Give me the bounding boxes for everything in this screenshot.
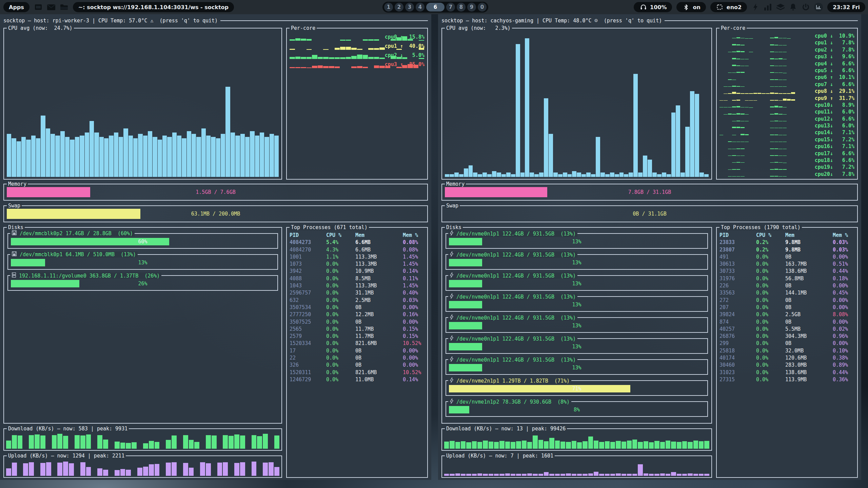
- core-sparkline: [719, 68, 795, 73]
- process-cpu: 0.0%: [326, 268, 355, 275]
- core-percent: 7.8%: [836, 39, 854, 46]
- process-mem: 9.8MB: [785, 246, 833, 253]
- process-pid: 17: [290, 347, 326, 354]
- swap-gauge: 0B / 31.1GB: [445, 209, 854, 219]
- disk-usage: 1.29TB / 1.82TB (71%): [502, 378, 570, 384]
- core-name: cpu17: [815, 150, 830, 157]
- col-mem: Mem: [355, 232, 403, 239]
- process-cpu: 0.0%: [756, 289, 785, 297]
- process-cpu: 0.0%: [756, 304, 785, 311]
- process-mem-percent: 0.03%: [403, 297, 426, 304]
- workspace-button[interactable]: 4: [416, 3, 425, 12]
- process-mem-percent: 1.45%: [403, 261, 426, 268]
- disk-name: /dev/nvme0n1p1: [456, 357, 499, 363]
- per-core-row: cpu20 ↓ 7.8%: [718, 171, 856, 178]
- trend-arrow-icon: ↓: [830, 46, 836, 53]
- core-label: cpu6 ↑ 10.1%: [815, 74, 854, 81]
- process-pid: 1043: [290, 282, 326, 289]
- nvme-flash-icon: [450, 230, 453, 237]
- memory-panel: Memory 7.8GB / 31.1GB: [441, 184, 858, 201]
- network-indicator[interactable]: eno2: [710, 2, 747, 12]
- workspace-button[interactable]: 6: [426, 3, 445, 12]
- bluetooth-indicator[interactable]: on: [676, 2, 706, 12]
- disks-title: Disks: [445, 224, 463, 230]
- process-mem-percent: 0.18%: [833, 275, 856, 282]
- power-icon[interactable]: [802, 3, 810, 11]
- volume-indicator[interactable]: 100%: [634, 2, 672, 12]
- trend-arrow-icon: ↓: [830, 39, 836, 46]
- mail-icon[interactable]: [47, 3, 55, 11]
- workspace-number: 0: [480, 4, 484, 10]
- process-mem: 120.6MB: [785, 354, 833, 362]
- process-mem-percent: 0.45%: [833, 289, 856, 297]
- core-percent: 10.1%: [836, 74, 854, 81]
- disk-usage: 64.1MB / 510.0MB (13%): [65, 251, 136, 258]
- process-row: 272 0.0% 0B 0.00%: [719, 297, 856, 304]
- process-row: 3942 0.0% 10.9MB 0.14%: [290, 268, 426, 275]
- clock-pill[interactable]: 23:32 Fri: [827, 2, 865, 12]
- terminal-cachyos-gaming[interactable]: socktop — host: cachyos-gaming | CPU Tem…: [438, 14, 861, 480]
- upload-panel: Upload (KB/s) — now: 7 | peak: 1601: [441, 455, 712, 478]
- workspace-button[interactable]: 3: [405, 3, 414, 12]
- disk-name: /dev/nvme0n1p1: [456, 315, 499, 321]
- process-pid: 40257: [719, 326, 756, 333]
- upload-title: Upload (KB/s) — now: 1294 | peak: 2211: [7, 453, 126, 459]
- nvme-flash-icon: [450, 251, 453, 258]
- workspace-button[interactable]: 9: [467, 3, 476, 12]
- core-name: cpu3: [815, 53, 830, 60]
- process-mem-percent: 1.45%: [403, 253, 426, 261]
- workspace-button[interactable]: 7: [446, 3, 455, 12]
- process-cpu: 0.0%: [756, 362, 785, 369]
- folder-icon[interactable]: [60, 3, 68, 11]
- signal-bars-icon[interactable]: [764, 3, 772, 11]
- trend-arrow-icon: ↑: [830, 95, 836, 102]
- swap-panel: Swap 0B / 31.1GB: [441, 205, 858, 222]
- core-percent: 6.6%: [836, 116, 854, 122]
- workspace-button[interactable]: 8: [457, 3, 466, 12]
- activity-icon[interactable]: [814, 3, 823, 12]
- process-row: 23807 0.2% 9.8MB 0.03%: [719, 246, 856, 253]
- disk-entry: /dev/nvme0n1p1 122.4GB / 931.5GB (13%) 1…: [446, 233, 708, 249]
- process-cpu: 0.0%: [756, 340, 785, 347]
- trend-arrow-icon: ↓: [830, 150, 836, 157]
- window-title-pill[interactable]: ~: socktop ws://192.168.1.104:3031/ws - …: [73, 2, 234, 12]
- upload-graph: [6, 461, 279, 476]
- per-core-row: cpu2 ↓ 7.8%: [718, 46, 856, 53]
- core-sparkline: [719, 130, 795, 135]
- process-mem-percent: 0.15%: [403, 333, 426, 340]
- disk-percent-label: 13%: [449, 364, 705, 371]
- per-core-row: cpu11 ↓ 6.0%: [718, 108, 856, 115]
- process-mem-percent: 0.08%: [403, 239, 426, 246]
- workspace-button[interactable]: 1: [384, 3, 393, 12]
- disk-header: /dev/mmcblk0p2 17.4GB / 28.8GB (60%): [10, 230, 135, 237]
- terminal-rpi-worker-3[interactable]: socktop — host: rpi-worker-3 | CPU Temp:…: [0, 14, 431, 480]
- trend-arrow-icon: ↑: [830, 74, 836, 81]
- process-cpu: 0.0%: [326, 362, 355, 369]
- process-mem: 2.5MB: [355, 297, 403, 304]
- top-processes-title: Top Processes (1790 total): [719, 224, 802, 230]
- layers-icon[interactable]: [776, 3, 785, 11]
- bolt-icon[interactable]: [751, 3, 760, 11]
- network-icon: [716, 3, 724, 11]
- swap-title: Swap: [7, 203, 22, 209]
- per-core-title: Per-core: [290, 25, 317, 31]
- process-cpu: 0.0%: [756, 354, 785, 362]
- core-name: cpu15: [815, 136, 830, 143]
- workspace-button[interactable]: 0: [478, 3, 487, 12]
- process-mem: 113.3MB: [355, 253, 403, 261]
- process-mem: 0B: [355, 347, 403, 354]
- process-mem-percent: 0.40%: [403, 289, 426, 297]
- window-icon[interactable]: [34, 3, 42, 11]
- workspace-button[interactable]: 2: [395, 3, 403, 12]
- disk-name: /dev/nvme0n1p1: [456, 294, 499, 300]
- cpu-avg-panel: CPU avg (now: 2.3%): [441, 28, 712, 180]
- disk-percent-label: 13%: [449, 259, 705, 266]
- process-cpu: 4.3%: [326, 246, 355, 253]
- core-label: cpu18 ↓ 6.6%: [815, 157, 854, 164]
- core-sparkline: [719, 165, 795, 169]
- process-mem-percent: 10.52%: [403, 340, 426, 347]
- bell-icon[interactable]: [789, 3, 797, 11]
- apps-button[interactable]: Apps: [3, 2, 29, 12]
- disk-gauge: 8%: [449, 406, 705, 413]
- workspace-switcher: 1 2 3 4 6 7 8: [382, 2, 488, 13]
